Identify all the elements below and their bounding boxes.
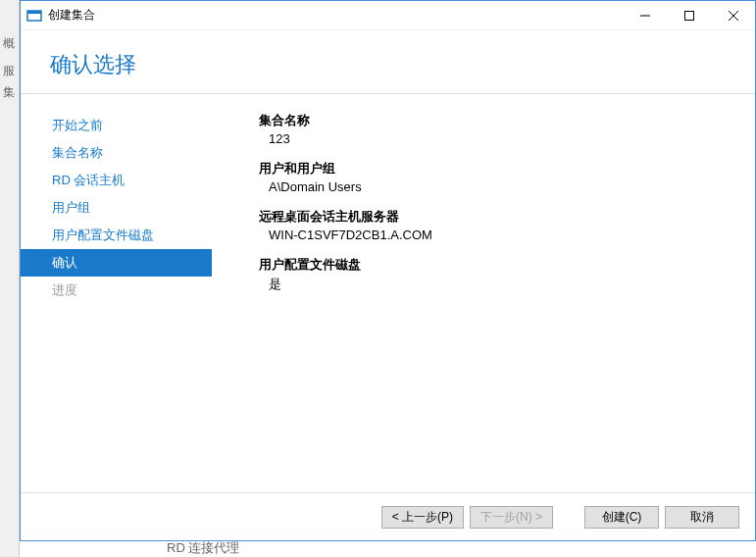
bg-text: 服 — [3, 63, 15, 79]
minimize-button[interactable] — [623, 1, 667, 30]
bg-text: 概 — [3, 35, 15, 52]
cancel-button[interactable]: 取消 — [665, 506, 739, 529]
header: 确认选择 — [21, 30, 755, 94]
step-rd-session-host[interactable]: RD 会话主机 — [21, 167, 212, 194]
background-text: RD 连接代理 — [167, 539, 239, 557]
step-before-begin[interactable]: 开始之前 — [21, 112, 212, 139]
step-user-profile-disks[interactable]: 用户配置文件磁盘 — [21, 222, 212, 249]
label-user-profile-disks: 用户配置文件磁盘 — [259, 256, 735, 274]
svg-rect-3 — [684, 11, 693, 20]
bg-text: 集 — [3, 84, 15, 101]
page-title: 确认选择 — [50, 50, 755, 79]
label-collection-name: 集合名称 — [259, 112, 735, 129]
wizard-sidebar: 开始之前 集合名称 RD 会话主机 用户组 用户配置文件磁盘 确认 进度 — [21, 94, 212, 492]
next-button: 下一步(N) > — [470, 506, 553, 529]
label-rdsh-servers: 远程桌面会话主机服务器 — [259, 208, 735, 226]
svg-rect-1 — [27, 11, 41, 14]
footer: < 上一步(P) 下一步(N) > 创建(C) 取消 — [21, 492, 755, 540]
main-content: 集合名称 123 用户和用户组 A\Domain Users 远程桌面会话主机服… — [212, 94, 755, 492]
app-icon — [26, 8, 42, 24]
titlebar[interactable]: 创建集合 — [21, 1, 755, 30]
value-user-profile-disks: 是 — [259, 276, 735, 293]
step-collection-name[interactable]: 集合名称 — [21, 139, 212, 167]
create-button[interactable]: 创建(C) — [584, 506, 659, 529]
value-rdsh-servers: WIN-C1SVF7D2CB1.A.COM — [259, 228, 735, 242]
step-progress: 进度 — [21, 277, 212, 304]
window-title: 创建集合 — [48, 7, 623, 24]
value-collection-name: 123 — [259, 131, 735, 146]
label-users-groups: 用户和用户组 — [259, 160, 735, 177]
value-users-groups: A\Domain Users — [259, 179, 735, 194]
maximize-button[interactable] — [667, 1, 711, 30]
close-button[interactable] — [711, 1, 755, 30]
dialog-window: 创建集合 确认选择 开始之前 集合名称 RD 会话主机 用户组 用户配置文件磁盘… — [20, 0, 756, 541]
previous-button[interactable]: < 上一步(P) — [381, 506, 464, 529]
step-user-groups[interactable]: 用户组 — [21, 194, 212, 222]
step-confirmation[interactable]: 确认 — [21, 249, 212, 277]
